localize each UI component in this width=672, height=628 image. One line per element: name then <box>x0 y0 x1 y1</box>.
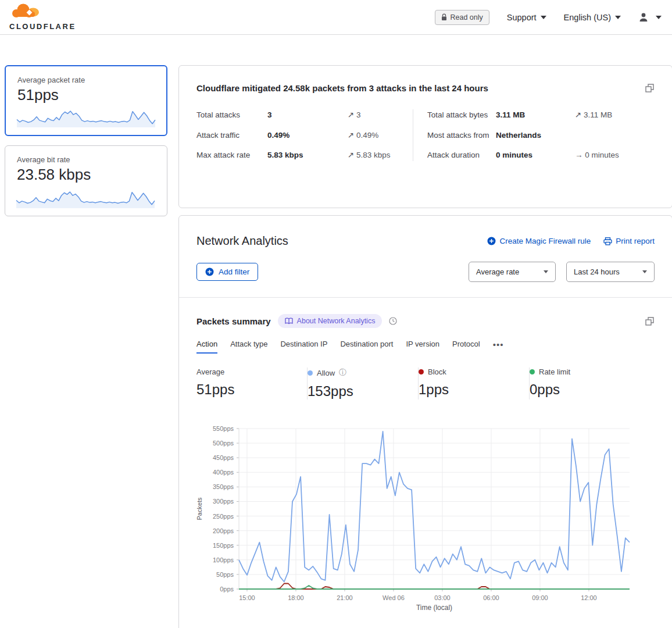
svg-text:18:00: 18:00 <box>288 594 304 601</box>
stat-trend: ↗ 0.49% <box>348 130 413 141</box>
printer-icon <box>603 237 612 245</box>
svg-text:300pps: 300pps <box>213 498 234 505</box>
svg-text:Packets: Packets <box>196 497 203 520</box>
account-menu[interactable] <box>638 12 662 22</box>
legend-allow: Allow ⓘ 153pps <box>308 367 418 399</box>
card-average-packet-rate[interactable]: Average packet rate 51pps <box>5 65 167 136</box>
svg-text:21:00: 21:00 <box>337 594 353 601</box>
support-label: Support <box>507 13 537 22</box>
svg-text:03:00: 03:00 <box>434 594 451 601</box>
create-magic-firewall-rule-link[interactable]: Create Magic Firewall rule <box>487 237 591 245</box>
svg-text:500pps: 500pps <box>213 440 234 447</box>
stat-trend: ↗ 5.83 kbps <box>348 149 413 161</box>
expand-icon[interactable] <box>645 83 655 93</box>
legend-label: Allow <box>317 369 335 377</box>
svg-text:400pps: 400pps <box>213 469 234 476</box>
chevron-down-icon <box>544 270 548 273</box>
svg-text:06:00: 06:00 <box>483 594 499 601</box>
block-dot-icon <box>419 369 424 374</box>
tab-destination-ip[interactable]: Destination IP <box>280 340 327 354</box>
packet-rate-sparkline <box>16 101 156 129</box>
chevron-down-icon <box>541 16 546 19</box>
stat-value: 3.11 MB <box>496 109 575 121</box>
book-icon <box>285 317 293 324</box>
tab-protocol[interactable]: Protocol <box>452 340 480 354</box>
metric-select[interactable]: Average rate <box>469 262 556 282</box>
stat-label: Attack traffic <box>196 130 267 141</box>
svg-text:12:00: 12:00 <box>581 594 597 601</box>
legend-value: 1pps <box>419 381 529 398</box>
language-label: English (US) <box>564 13 611 22</box>
page-title: Network Analytics <box>196 234 288 248</box>
metric-value: 23.58 kbps <box>17 166 155 184</box>
stat-trend: → 0 minutes <box>575 149 655 161</box>
svg-text:550pps: 550pps <box>213 425 234 432</box>
tab-attack-type[interactable]: Attack type <box>230 340 267 354</box>
time-range-value: Last 24 hours <box>574 267 620 276</box>
tab-action[interactable]: Action <box>196 340 217 354</box>
svg-text:100pps: 100pps <box>213 556 234 563</box>
legend-label: Rate limit <box>539 367 570 376</box>
clock-icon[interactable] <box>389 317 397 325</box>
svg-text:450pps: 450pps <box>213 454 234 461</box>
svg-text:0pps: 0pps <box>220 586 234 593</box>
add-filter-label: Add filter <box>219 267 249 276</box>
chevron-down-icon <box>615 16 621 19</box>
chart-legend: Average 51pps Allow ⓘ 153pps Block 1pps … <box>196 367 655 399</box>
svg-text:350pps: 350pps <box>213 483 234 490</box>
metric-select-value: Average rate <box>476 267 519 276</box>
legend-value: 51pps <box>196 381 307 398</box>
cloudflare-cloud-icon <box>9 3 42 23</box>
expand-icon[interactable] <box>645 316 655 326</box>
legend-value: 0pps <box>530 381 640 398</box>
metric-label: Average packet rate <box>17 76 155 84</box>
svg-text:Time (local): Time (local) <box>416 604 452 612</box>
user-icon <box>638 12 649 22</box>
add-filter-button[interactable]: Add filter <box>196 263 258 281</box>
svg-text:200pps: 200pps <box>213 527 234 534</box>
allow-dot-icon <box>308 370 313 376</box>
summary-title: Cloudflare mitigated 24.58k packets from… <box>196 83 488 93</box>
more-tabs-button[interactable]: ••• <box>493 340 504 354</box>
svg-text:150pps: 150pps <box>213 542 234 549</box>
stat-value: 5.83 kbps <box>267 149 348 161</box>
time-range-select[interactable]: Last 24 hours <box>566 262 655 282</box>
stat-label: Most attacks from <box>427 130 496 141</box>
app-header: CLOUDFLARE Read only Support English (US… <box>0 0 672 35</box>
print-report-link[interactable]: Print report <box>603 237 655 245</box>
support-menu[interactable]: Support <box>507 13 546 22</box>
summary-stats-right: Total attack bytes 3.11 MB ↗ 3.11 MB Mos… <box>413 109 655 161</box>
info-icon[interactable]: ⓘ <box>339 367 346 378</box>
summary-stats-left: Total attacks 3 ↗ 3 Attack traffic 0.49%… <box>196 109 413 161</box>
packets-time-series-chart[interactable]: 0pps50pps100pps150pps200pps250pps300pps3… <box>195 423 654 615</box>
print-report-label: Print report <box>616 237 655 245</box>
lock-icon <box>441 13 447 21</box>
svg-text:250pps: 250pps <box>213 513 234 520</box>
plus-circle-icon <box>487 237 496 245</box>
stat-label: Max attack rate <box>196 149 267 161</box>
about-network-analytics-badge[interactable]: About Network Analytics <box>278 314 383 328</box>
metric-label: Average bit rate <box>17 155 155 164</box>
legend-value: 153pps <box>308 383 418 399</box>
divider <box>179 297 672 298</box>
stat-label: Total attack bytes <box>427 109 496 121</box>
chevron-down-icon <box>642 270 647 273</box>
legend-label: Block <box>428 367 446 376</box>
read-only-label: Read only <box>451 13 483 22</box>
tab-destination-port[interactable]: Destination port <box>340 340 393 354</box>
about-badge-label: About Network Analytics <box>297 317 376 325</box>
language-menu[interactable]: English (US) <box>564 13 621 22</box>
tab-ip-version[interactable]: IP version <box>406 340 439 354</box>
cloudflare-logo[interactable]: CLOUDFLARE <box>9 3 76 31</box>
read-only-badge: Read only <box>435 10 489 25</box>
plus-circle-icon <box>205 267 214 276</box>
stat-value: 3 <box>267 109 348 121</box>
network-analytics-panel: Network Analytics Create Magic Firewall … <box>178 215 672 628</box>
chevron-down-icon <box>656 16 662 19</box>
svg-text:15:00: 15:00 <box>239 594 255 601</box>
brand-text: CLOUDFLARE <box>9 22 76 31</box>
stat-value: Netherlands <box>496 130 575 141</box>
stat-value: 0.49% <box>267 130 348 141</box>
legend-label: Average <box>196 367 224 376</box>
card-average-bit-rate[interactable]: Average bit rate 23.58 kbps <box>5 145 167 216</box>
